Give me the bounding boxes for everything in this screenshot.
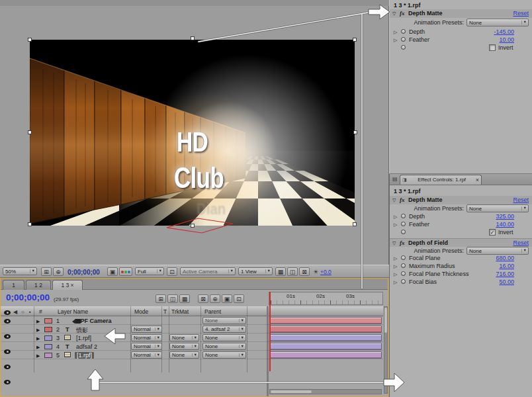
eye-icon[interactable] (4, 380, 11, 384)
layer-twirl-icon[interactable]: ▶ (36, 345, 40, 349)
parent-dropdown[interactable]: None▼ (202, 334, 246, 341)
timeline-link-button[interactable]: ⊠ (299, 267, 310, 276)
stopwatch-icon[interactable] (401, 29, 406, 34)
composition-image[interactable]: Dian HD Club (30, 40, 355, 226)
stopwatch-icon[interactable] (401, 222, 406, 226)
stopwatch-icon[interactable] (401, 255, 406, 260)
param-value[interactable]: -145.00 (494, 28, 514, 35)
tab-comp-1-2[interactable]: 1 2 (26, 280, 51, 290)
zoom-dropdown[interactable]: 50%▼ (3, 267, 37, 275)
comp-mini-flowchart-button[interactable]: ⊞ (155, 294, 166, 303)
twirl-closed-icon[interactable]: ▷ (394, 256, 397, 261)
layer-name[interactable]: 憤影 (76, 326, 88, 335)
trkmat-dropdown[interactable]: None▼ (169, 343, 199, 350)
auto-keyframe-button[interactable]: ⊡ (234, 294, 244, 303)
vertical-scrollbar-thumb[interactable] (384, 308, 387, 333)
region-of-interest-button[interactable]: ⊡ (167, 267, 177, 276)
trkmat-dropdown[interactable]: None▼ (169, 351, 199, 359)
vertical-scrollbar[interactable] (384, 306, 388, 394)
layer-name[interactable]: [1.rpf] (76, 335, 91, 341)
label-color-chip[interactable] (44, 335, 52, 341)
reset-link[interactable]: Reset (513, 10, 529, 17)
param-value[interactable]: 325.00 (496, 213, 514, 220)
layer-name[interactable]: RPF Camera (76, 318, 112, 324)
resolution-dropdown[interactable]: Full▼ (135, 267, 164, 275)
eye-icon[interactable] (4, 349, 11, 354)
invert-checkbox[interactable]: ✓ (489, 229, 496, 236)
twirl-closed-icon[interactable]: ▷ (394, 272, 397, 277)
tab-comp-1[interactable]: 1 (3, 280, 24, 290)
layer-twirl-icon[interactable]: ▶ (36, 319, 40, 324)
timeline-timecode[interactable]: 0;00;00;00 (6, 292, 50, 302)
blend-mode-dropdown[interactable]: Normal▼ (131, 343, 162, 350)
twirl-open-icon[interactable]: ▽ (392, 11, 396, 16)
stopwatch-icon[interactable] (401, 45, 406, 50)
twirl-closed-icon[interactable]: ▷ (394, 264, 397, 269)
animation-presets-dropdown[interactable]: None▼ (466, 204, 529, 212)
twirl-closed-icon[interactable]: ▷ (394, 214, 397, 219)
animation-presets-dropdown[interactable]: None▼ (466, 19, 529, 26)
param-value[interactable]: 140.00 (496, 221, 514, 228)
label-color-chip[interactable] (44, 353, 52, 358)
twirl-closed-icon[interactable]: ▷ (394, 280, 397, 285)
param-value[interactable]: 10.00 (499, 36, 514, 43)
twirl-closed-icon[interactable]: ▷ (394, 30, 397, 34)
layer-duration-bar[interactable] (269, 343, 382, 350)
frame-blend-button[interactable]: ⊠ (198, 294, 208, 303)
layer-name[interactable]: [1.rpf] (75, 352, 94, 359)
parent-dropdown[interactable]: None▼ (202, 351, 246, 359)
stopwatch-icon[interactable] (401, 230, 406, 234)
shy-layers-button[interactable]: ▦ (179, 294, 190, 303)
exposure-value[interactable]: +0.0 (320, 269, 332, 275)
param-value[interactable]: 16.00 (499, 263, 514, 269)
eye-icon[interactable] (4, 319, 11, 324)
horizontal-scrollbar-thumb[interactable] (271, 390, 312, 393)
view-layout-dropdown[interactable]: 1 View▼ (238, 267, 273, 275)
stopwatch-icon[interactable] (401, 214, 406, 218)
eye-icon[interactable] (4, 334, 11, 339)
twirl-open-icon[interactable]: ▽ (392, 241, 396, 245)
show-channel-button[interactable] (119, 267, 132, 276)
layer-name[interactable]: adfsaf 2 (76, 343, 97, 350)
invert-checkbox[interactable] (489, 44, 496, 51)
layer-name-header[interactable]: Layer Name (58, 308, 88, 315)
tab-effect-controls[interactable]: ◨ Effect Controls: 1.rpf × (400, 175, 482, 185)
eye-icon[interactable] (4, 365, 11, 369)
layer-twirl-icon[interactable]: ▶ (36, 336, 40, 341)
tab-close-icon[interactable]: × (71, 282, 74, 288)
parent-header[interactable]: Parent (204, 308, 221, 315)
viewer-timecode[interactable]: 0;00;00;00 (67, 269, 100, 276)
stopwatch-icon[interactable] (401, 263, 406, 268)
mode-header[interactable]: Mode (134, 308, 148, 315)
grid-button[interactable]: ⊞ (41, 267, 52, 276)
twirl-open-icon[interactable]: ▽ (392, 198, 396, 202)
animation-presets-dropdown[interactable]: None▼ (466, 247, 529, 255)
layer-duration-bar[interactable] (269, 351, 382, 359)
stopwatch-icon[interactable] (401, 37, 406, 42)
stopwatch-icon[interactable] (401, 271, 406, 276)
label-color-chip[interactable] (44, 327, 52, 332)
tab-comp-1-3[interactable]: 1 3 × (52, 280, 83, 290)
snapshot-button[interactable]: ▣ (107, 267, 118, 276)
horizontal-scrollbar[interactable] (269, 389, 382, 394)
trkmat-dropdown[interactable]: None▼ (169, 334, 199, 341)
param-value[interactable]: 716.00 (496, 271, 514, 277)
fast-preview-button[interactable]: ◫ (287, 267, 298, 276)
motion-blur-button[interactable]: ⊕ (210, 294, 220, 303)
param-value[interactable]: 680.00 (496, 255, 514, 261)
stopwatch-icon[interactable] (401, 279, 406, 284)
blend-mode-dropdown[interactable]: Normal▼ (131, 326, 162, 333)
tab-close-icon[interactable]: × (476, 175, 479, 185)
draft-3d-button[interactable]: ◫ (167, 294, 178, 303)
layer-twirl-icon[interactable]: ▶ (36, 353, 40, 358)
label-color-chip[interactable] (44, 318, 52, 324)
layer-twirl-icon[interactable]: ▶ (36, 328, 40, 332)
brainstorm-button[interactable]: ▣ (222, 294, 232, 303)
effect-name[interactable]: Depth Matte (408, 197, 443, 203)
effect-name[interactable]: Depth of Field (408, 240, 448, 246)
mask-visibility-button[interactable]: ⊕ (53, 267, 64, 276)
pixel-aspect-button[interactable]: ▦ (275, 267, 286, 276)
reset-link[interactable]: Reset (513, 197, 529, 203)
layer-duration-bar[interactable] (269, 326, 382, 333)
layer-duration-bar[interactable] (269, 334, 382, 341)
